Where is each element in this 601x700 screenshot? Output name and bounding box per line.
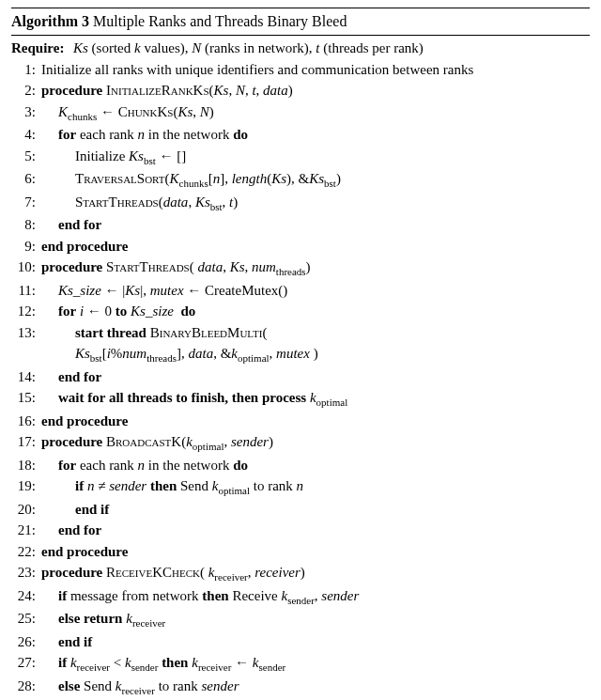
algo-line: 16:end procedure	[11, 411, 590, 432]
line-number: 16:	[11, 411, 41, 432]
require-text: Ks (sorted k values), N (ranks in networ…	[73, 38, 590, 59]
line-content: Initialize Ksbst ← []	[41, 146, 590, 169]
require-line: Require: Ks (sorted k values), N (ranks …	[11, 38, 590, 59]
line-number: 1:	[11, 59, 41, 81]
line-content: StartThreads(data, Ksbst, t)	[41, 192, 590, 215]
algorithm-body: Require: Ks (sorted k values), N (ranks …	[11, 36, 590, 700]
line-number: 6:	[11, 168, 41, 192]
line-content: end for	[41, 520, 590, 541]
line-number: 27:	[11, 652, 41, 676]
line-number: 8:	[11, 214, 41, 236]
algorithm-name: Multiple Ranks and Threads Binary Bleed	[89, 13, 347, 29]
algo-line: 8:end for	[11, 214, 590, 236]
line-content: end for	[41, 366, 590, 388]
algo-line: 13:start thread BinaryBleedMulti(Ksbst[i…	[11, 322, 590, 366]
line-number: 28:	[11, 676, 41, 699]
algo-line: 20:end if	[11, 499, 590, 521]
line-content: Ks_size ← |Ks|, mutex ← CreateMutex()	[41, 280, 590, 302]
algo-line: 19:if n ≠ sender then Send koptimal to r…	[11, 475, 590, 499]
line-number: 17:	[11, 431, 41, 455]
line-number: 11:	[11, 280, 41, 302]
line-number: 24:	[11, 585, 41, 609]
line-number: 22:	[11, 541, 41, 563]
line-number: 4:	[11, 124, 41, 146]
line-content: procedure InitializeRankKs(Ks, N, t, dat…	[41, 80, 590, 101]
line-content: procedure StartThreads( data, Ks, numthr…	[41, 257, 590, 280]
algo-line: 2:procedure InitializeRankKs(Ks, N, t, d…	[11, 80, 590, 101]
line-number: 13:	[11, 322, 41, 366]
line-content: TraversalSort(Kchunks[n], length(Ks), &K…	[41, 168, 590, 192]
algo-line: 10:procedure StartThreads( data, Ks, num…	[11, 257, 590, 280]
line-number: 14:	[11, 366, 41, 388]
algo-line: 7:StartThreads(data, Ksbst, t)	[11, 192, 590, 215]
algo-line: 12:for i ← 0 to Ks_size do	[11, 301, 590, 322]
algo-line: 26:end if	[11, 631, 590, 653]
line-content: wait for all threads to finish, then pro…	[41, 387, 590, 411]
algo-line: 5:Initialize Ksbst ← []	[11, 146, 590, 169]
algo-line: 25:else return kreceiver	[11, 608, 590, 631]
line-content: for each rank n in the network do	[41, 455, 590, 476]
algo-line: 4:for each rank n in the network do	[11, 124, 590, 146]
algo-line: 1:Initialize all ranks with unique ident…	[11, 59, 590, 81]
algo-line: 6:TraversalSort(Kchunks[n], length(Ks), …	[11, 168, 590, 192]
line-content: for each rank n in the network do	[41, 124, 590, 146]
algo-line: 21:end for	[11, 520, 590, 541]
line-number: 18:	[11, 455, 41, 476]
line-content: Initialize all ranks with unique identif…	[41, 59, 590, 81]
algorithm-number: Algorithm 3	[11, 13, 89, 29]
line-number: 10:	[11, 257, 41, 280]
line-number: 19:	[11, 475, 41, 499]
require-label: Require:	[11, 38, 73, 59]
algo-line: 17:procedure BroadcastK(koptimal, sender…	[11, 431, 590, 455]
line-number: 23:	[11, 562, 41, 585]
line-content: if kreceiver < ksender then kreceiver ← …	[41, 652, 590, 676]
line-number: 26:	[11, 631, 41, 653]
line-number: 12:	[11, 301, 41, 322]
line-number: 15:	[11, 387, 41, 411]
algo-line: 28:else Send kreceiver to rank sender	[11, 676, 590, 699]
algorithm-title: Algorithm 3 Multiple Ranks and Threads B…	[11, 8, 590, 36]
line-content: else Send kreceiver to rank sender	[41, 676, 590, 699]
line-content: Kchunks ← ChunkKs(Ks, N)	[41, 101, 590, 125]
line-content: end if	[41, 499, 590, 521]
line-content: else return kreceiver	[41, 608, 590, 631]
line-content: end procedure	[41, 411, 590, 432]
line-number: 2:	[11, 80, 41, 101]
line-content: if n ≠ sender then Send koptimal to rank…	[41, 475, 590, 499]
line-number: 3:	[11, 101, 41, 125]
line-content: end for	[41, 214, 590, 236]
algo-line: 18:for each rank n in the network do	[11, 455, 590, 476]
line-content: end procedure	[41, 236, 590, 257]
line-number: 5:	[11, 146, 41, 169]
algo-line: 22:end procedure	[11, 541, 590, 563]
algo-line: 11:Ks_size ← |Ks|, mutex ← CreateMutex()	[11, 280, 590, 302]
algo-line: 23:procedure ReceiveKCheck( kreceiver, r…	[11, 562, 590, 585]
line-number: 9:	[11, 236, 41, 257]
line-content: end if	[41, 631, 590, 653]
line-content: for i ← 0 to Ks_size do	[41, 301, 590, 322]
line-number: 7:	[11, 192, 41, 215]
algo-line: 9:end procedure	[11, 236, 590, 257]
algo-line: 14:end for	[11, 366, 590, 388]
line-number: 20:	[11, 499, 41, 521]
line-number: 25:	[11, 608, 41, 631]
algo-line: 3:Kchunks ← ChunkKs(Ks, N)	[11, 101, 590, 125]
lines-table: 1:Initialize all ranks with unique ident…	[11, 59, 590, 701]
line-content: if message from network then Receive kse…	[41, 585, 590, 609]
algorithm-box: Algorithm 3 Multiple Ranks and Threads B…	[11, 8, 590, 700]
line-content: procedure BroadcastK(koptimal, sender)	[41, 431, 590, 455]
line-number: 21:	[11, 520, 41, 541]
line-content: end procedure	[41, 541, 590, 563]
line-content: start thread BinaryBleedMulti(Ksbst[i%nu…	[41, 322, 590, 366]
algo-line: 27:if kreceiver < ksender then kreceiver…	[11, 652, 590, 676]
algo-line: 15:wait for all threads to finish, then …	[11, 387, 590, 411]
line-content: procedure ReceiveKCheck( kreceiver, rece…	[41, 562, 590, 585]
algo-line: 24:if message from network then Receive …	[11, 585, 590, 609]
